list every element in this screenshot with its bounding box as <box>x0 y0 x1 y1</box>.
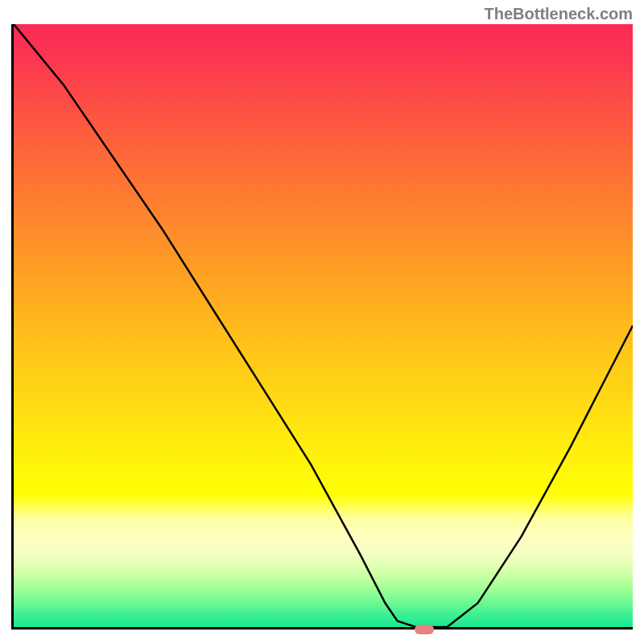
chart-plot-area <box>11 24 633 630</box>
bottleneck-curve-path <box>14 24 633 627</box>
watermark-text: TheBottleneck.com <box>485 5 633 23</box>
optimal-point-marker <box>415 625 434 634</box>
bottleneck-curve-svg <box>14 24 633 627</box>
